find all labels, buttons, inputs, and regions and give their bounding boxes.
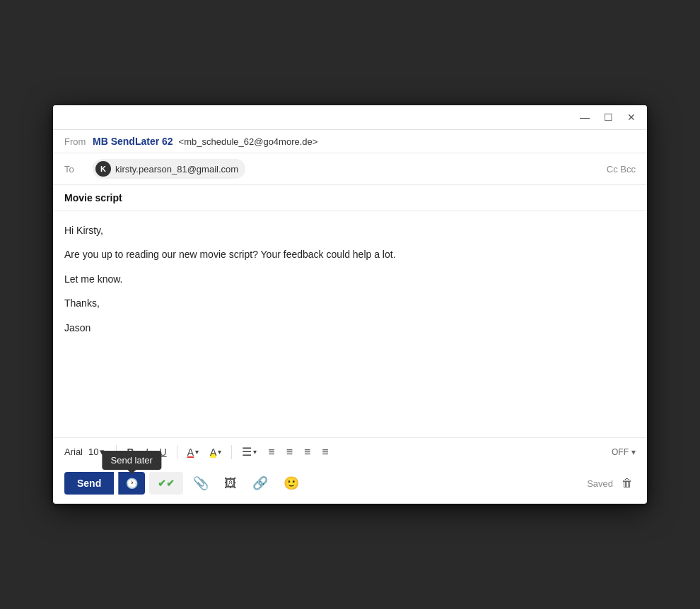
action-bar: Send Send later 🕐 ✔✔ 📎 🖼 🔗 🙂 Saved 🗑 [53, 466, 647, 504]
cc-bcc-button[interactable]: Cc Bcc [607, 164, 636, 175]
emoji-icon: 🙂 [284, 475, 299, 491]
separator-3 [231, 445, 232, 459]
recipient-email: kirsty.pearson_81@gmail.com [115, 164, 238, 175]
check-icon: ✔✔ [158, 478, 175, 489]
send-later-container: Send later 🕐 [118, 472, 145, 495]
body-signature: Jason [64, 320, 636, 336]
email-body[interactable]: Hi Kirsty, Are you up to reading our new… [53, 211, 647, 437]
body-greeting: Hi Kirsty, [64, 223, 636, 238]
italic-button[interactable]: I [141, 444, 153, 461]
unordered-list-button[interactable]: ≡ [282, 443, 297, 461]
clock-icon: 🕐 [126, 478, 138, 489]
send-button[interactable]: Send [64, 472, 114, 495]
font-color-arrow: ▾ [195, 448, 199, 456]
body-line1: Are you up to reading our new movie scri… [64, 247, 636, 262]
underline-button[interactable]: U [156, 444, 171, 461]
align-arrow: ▾ [253, 448, 257, 456]
body-closing: Thanks, [64, 295, 636, 311]
link-icon: 🔗 [252, 475, 268, 491]
font-family-selector[interactable]: Arial [64, 447, 83, 457]
off-label: OFF [612, 447, 629, 457]
subject-field[interactable]: Movie script [53, 185, 647, 211]
maximize-button[interactable]: ☐ [601, 111, 616, 124]
attach-icon: 📎 [193, 475, 209, 491]
align-icon: ☰ [242, 445, 252, 459]
off-arrow: ▾ [631, 447, 636, 457]
font-size-selector[interactable]: 10 ▾ [88, 447, 105, 457]
trash-button[interactable]: 🗑 [619, 474, 636, 492]
highlight-label: A [210, 447, 216, 458]
send-label: Send [77, 478, 101, 489]
indent-button[interactable]: ≡ [300, 443, 315, 461]
image-icon: 🖼 [224, 476, 237, 491]
bold-button[interactable]: B [122, 444, 138, 461]
separator-2 [177, 445, 177, 459]
image-button[interactable]: 🖼 [218, 472, 243, 495]
close-button[interactable]: ✕ [624, 111, 638, 124]
check-button[interactable]: ✔✔ [149, 472, 183, 495]
outdent-button[interactable]: ≡ [317, 443, 332, 461]
formatting-toolbar: Arial 10 ▾ B I U A ▾ A ▾ ☰ ▾ ≡ ≡ ≡ ≡ OFF… [53, 437, 647, 466]
recipient-chip[interactable]: K kirsty.pearson_81@gmail.com [93, 159, 245, 179]
attach-button[interactable]: 📎 [187, 471, 214, 495]
to-row: To K kirsty.pearson_81@gmail.com Cc Bcc [53, 153, 647, 185]
highlight-arrow: ▾ [218, 448, 221, 456]
off-toggle[interactable]: OFF ▾ [612, 447, 636, 457]
window-controls: — ☐ ✕ [577, 111, 638, 124]
font-color-label: A [187, 447, 194, 458]
body-line2: Let me know. [64, 271, 636, 287]
avatar: K [95, 161, 111, 177]
sender-name: MB SendLater 62 [93, 136, 173, 147]
title-bar: — ☐ ✕ [53, 105, 647, 130]
link-button[interactable]: 🔗 [247, 471, 274, 495]
separator-1 [116, 445, 117, 459]
from-sender: MB SendLater 62 <mb_schedule_62@go4more.… [93, 136, 317, 147]
trash-icon: 🗑 [622, 477, 633, 489]
compose-window: — ☐ ✕ From MB SendLater 62 <mb_schedule_… [53, 105, 647, 504]
saved-text: Saved [587, 478, 613, 489]
emoji-button[interactable]: 🙂 [278, 471, 305, 495]
font-color-button[interactable]: A ▾ [183, 444, 203, 461]
from-row: From MB SendLater 62 <mb_schedule_62@go4… [53, 130, 647, 153]
from-label: From [64, 136, 93, 147]
sender-email: <mb_schedule_62@go4more.de> [179, 136, 318, 147]
send-clock-button[interactable]: 🕐 [118, 472, 145, 495]
ordered-list-button[interactable]: ≡ [264, 443, 279, 461]
highlight-button[interactable]: A ▾ [206, 444, 226, 461]
align-button[interactable]: ☰ ▾ [238, 442, 261, 461]
saved-status: Saved 🗑 [587, 474, 636, 492]
to-label: To [64, 164, 93, 175]
minimize-button[interactable]: — [577, 111, 593, 124]
